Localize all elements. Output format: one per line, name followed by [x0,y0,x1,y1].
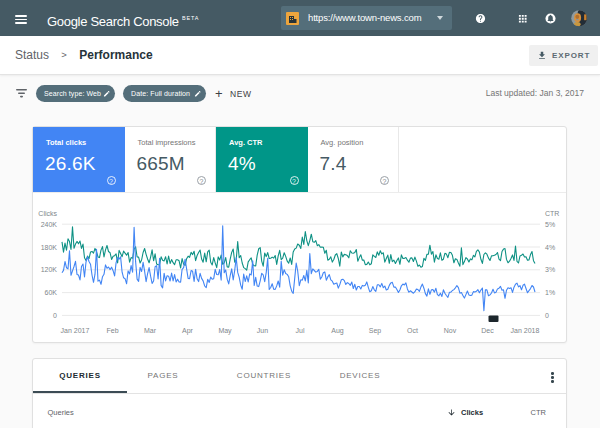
svg-text:3%: 3% [545,266,555,273]
svg-text:Jan 2018: Jan 2018 [511,327,540,334]
svg-text:Sep: Sep [369,327,382,335]
svg-text:Nov: Nov [444,327,457,334]
svg-text:0: 0 [53,312,57,319]
svg-text:120K: 120K [41,266,58,273]
svg-text:Jun: Jun [257,327,268,334]
svg-text:Jan 2017: Jan 2017 [61,327,90,334]
svg-text:240K: 240K [41,221,58,228]
svg-text:1%: 1% [545,289,555,296]
svg-text:Apr: Apr [182,327,194,335]
svg-text:Mar: Mar [144,327,157,334]
svg-text:Jul: Jul [296,327,305,334]
svg-text:Feb: Feb [106,327,118,334]
svg-text:Clicks: Clicks [38,210,57,217]
svg-text:0: 0 [545,312,549,319]
svg-text:60K: 60K [45,289,58,296]
svg-text:4%: 4% [545,244,555,251]
svg-text:CTR: CTR [545,210,559,217]
svg-text:Dec: Dec [481,327,494,334]
svg-text:5%: 5% [545,221,555,228]
svg-text:Oct: Oct [407,327,418,334]
svg-text:180K: 180K [41,244,58,251]
svg-text:Aug: Aug [331,327,344,335]
svg-text:May: May [218,327,232,335]
